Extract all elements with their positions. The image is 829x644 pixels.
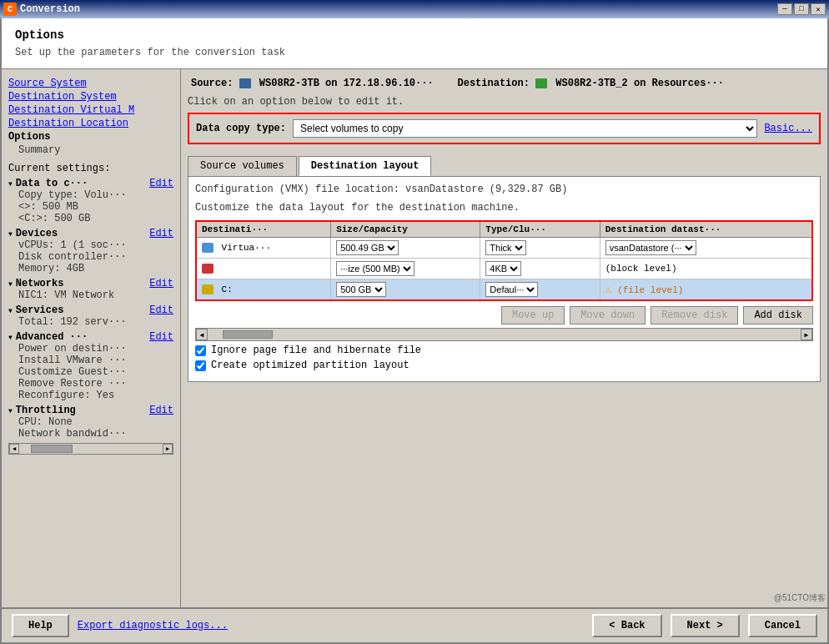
row3-size[interactable]: 500 GB — [331, 279, 480, 301]
customize-text: Customize the data layout for the destin… — [195, 202, 813, 214]
dest-value: WS08R2-3TB_2 on Resources··· — [555, 78, 724, 89]
dest-label: Destination: — [457, 78, 529, 89]
row2-size[interactable]: ···ize (500 MB) — [331, 259, 480, 279]
sidebar-section-networks: ▼ Networks Edit NIC1: VM Network — [8, 278, 173, 301]
h-scroll-thumb[interactable] — [223, 330, 273, 339]
row3-size-select[interactable]: 500 GB — [336, 282, 386, 297]
app-icon: C — [3, 3, 17, 16]
config-line: Configuration (VMX) file location: vsanD… — [195, 184, 813, 195]
row2-type-select[interactable]: 4KB — [485, 261, 521, 276]
table-row: ···ize (500 MB) 4KB (block level) — [196, 259, 812, 279]
row1-type-select[interactable]: Thick — [485, 240, 526, 255]
add-disk-button[interactable]: Add disk — [743, 306, 813, 325]
row2-type[interactable]: 4KB — [480, 259, 600, 279]
basic-link[interactable]: Basic... — [764, 123, 812, 134]
scroll-right[interactable]: ▶ — [801, 329, 812, 340]
sidebar-section-data-header: ▼ Data to c··· Edit — [8, 178, 173, 189]
sidebar-networks-item-0: NIC1: VM Network — [8, 289, 173, 301]
sidebar-data-item-1: <>: 500 MB — [8, 201, 173, 213]
sidebar-advanced-item-1: Install VMware ··· — [8, 355, 173, 366]
sidebar-section-throttling-header: ▼ Throttling Edit — [8, 405, 173, 416]
sidebar: Source System Destination System Destina… — [2, 69, 181, 607]
sidebar-scrollbar[interactable]: ◀ ▶ — [8, 443, 173, 455]
edit-data-link[interactable]: Edit — [149, 178, 173, 189]
sidebar-item-destination-location[interactable]: Destination Location — [8, 118, 173, 129]
col-datastore: Destination datast··· — [600, 221, 812, 238]
table-row: C: 500 GB Defaul··· — [196, 279, 812, 301]
sidebar-scroll-thumb[interactable] — [31, 445, 73, 453]
remove-disk-button[interactable]: Remove disk — [651, 306, 738, 325]
edit-throttling-link[interactable]: Edit — [149, 405, 173, 416]
close-button[interactable]: ✕ — [811, 3, 826, 15]
sidebar-advanced-item-3: Remove Restore ··· — [8, 378, 173, 390]
sidebar-devices-item-0: vCPUs: 1 (1 soc··· — [8, 239, 173, 251]
export-logs-link[interactable]: Export diagnostic logs... — [78, 620, 228, 631]
data-copy-type-row: Data copy type: Select volumes to copy B… — [188, 113, 821, 144]
row1-size-select[interactable]: 500.49 GB — [336, 240, 399, 255]
help-button[interactable]: Help — [12, 614, 69, 637]
sidebar-services-item-0: Total: 192 serv··· — [8, 316, 173, 328]
checkbox-row-2: Create optimized partition layout — [195, 360, 813, 371]
row2-name — [196, 259, 331, 279]
back-button[interactable]: < Back — [592, 614, 661, 637]
horizontal-scrollbar[interactable]: ◀ ▶ — [195, 328, 813, 341]
row3-datastore: ⚠ (file level) — [600, 279, 812, 301]
page-title: Options — [15, 28, 814, 42]
data-copy-select[interactable]: Select volumes to copy — [293, 119, 757, 138]
cancel-button[interactable]: Cancel — [748, 614, 817, 637]
disk-actions: Move up Move down Remove disk Add disk — [195, 306, 813, 325]
row1-type[interactable]: Thick — [480, 238, 600, 259]
scroll-left-arrow[interactable]: ◀ — [9, 444, 19, 454]
sidebar-section-advanced-header: ▼ Advanced ··· Edit — [8, 331, 173, 343]
maximize-button[interactable]: □ — [794, 3, 809, 15]
scroll-right-arrow[interactable]: ▶ — [163, 444, 173, 454]
tabs-container: Source volumes Destination layout Config… — [188, 153, 821, 382]
main-window: Options Set up the parameters for the co… — [0, 18, 829, 644]
sidebar-advanced-item-2: Customize Guest··· — [8, 366, 173, 378]
sidebar-section-services: ▼ Services Edit Total: 192 serv··· — [8, 304, 173, 328]
source-label: Source: — [191, 78, 233, 89]
col-destination: Destinati··· — [196, 221, 331, 238]
scroll-left[interactable]: ◀ — [196, 329, 208, 340]
minimize-button[interactable]: ─ — [777, 3, 792, 15]
sidebar-item-summary[interactable]: Summary — [8, 144, 60, 156]
row3-name: C: — [196, 279, 331, 301]
next-button[interactable]: Next > — [671, 614, 740, 637]
row3-type-select[interactable]: Defaul··· — [485, 282, 538, 297]
sidebar-item-destination-system[interactable]: Destination System — [8, 91, 173, 103]
source-dest-info: Source: WS08R2-3TB on 172.18.96.10··· De… — [188, 76, 821, 91]
sidebar-data-item-2: <C:>: 500 GB — [8, 213, 173, 224]
sidebar-data-item-0: Copy type: Volu··· — [8, 189, 173, 201]
row3-type[interactable]: Defaul··· — [480, 279, 600, 301]
ignore-pagefile-checkbox[interactable] — [195, 345, 206, 356]
content-area: Source System Destination System Destina… — [2, 69, 827, 607]
tab-bar: Source volumes Destination layout — [188, 156, 821, 176]
optimized-partition-checkbox[interactable] — [195, 360, 206, 371]
row1-size[interactable]: 500.49 GB — [331, 238, 480, 259]
row1-datastore[interactable]: vsanDatastore (··· — [600, 238, 812, 259]
sidebar-section-advanced: ▼ Advanced ··· Edit Power on destin··· I… — [8, 331, 173, 401]
sidebar-advanced-item-0: Power on destin··· — [8, 343, 173, 355]
current-settings: Current settings: ▼ Data to c··· Edit Co… — [8, 163, 173, 440]
tab-content: Configuration (VMX) file location: vsanD… — [188, 176, 821, 382]
data-copy-label: Data copy type: — [196, 123, 286, 134]
move-up-button[interactable]: Move up — [501, 306, 565, 325]
disk-icon-yellow — [202, 284, 214, 294]
edit-devices-link[interactable]: Edit — [149, 228, 173, 239]
sidebar-item-destination-virtual[interactable]: Destination Virtual M — [8, 104, 173, 116]
main-panel: Source: WS08R2-3TB on 172.18.96.10··· De… — [181, 69, 827, 607]
sidebar-item-source-system[interactable]: Source System — [8, 78, 173, 89]
move-down-button[interactable]: Move down — [570, 306, 646, 325]
edit-advanced-link[interactable]: Edit — [149, 331, 173, 343]
edit-services-link[interactable]: Edit — [149, 304, 173, 316]
sidebar-throttling-item-1: Network bandwid··· — [8, 428, 173, 440]
tab-destination-layout[interactable]: Destination layout — [299, 156, 432, 176]
source-value: WS08R2-3TB on 172.18.96.10··· — [259, 78, 434, 89]
col-size: Size/Capacity — [331, 221, 480, 238]
row2-size-select[interactable]: ···ize (500 MB) — [336, 261, 414, 276]
tab-source-volumes[interactable]: Source volumes — [188, 156, 297, 176]
watermark: @51CTO博客 — [774, 592, 826, 604]
row1-datastore-select[interactable]: vsanDatastore (··· — [605, 240, 696, 255]
row1-name: Virtua··· — [196, 238, 331, 259]
edit-networks-link[interactable]: Edit — [149, 278, 173, 289]
